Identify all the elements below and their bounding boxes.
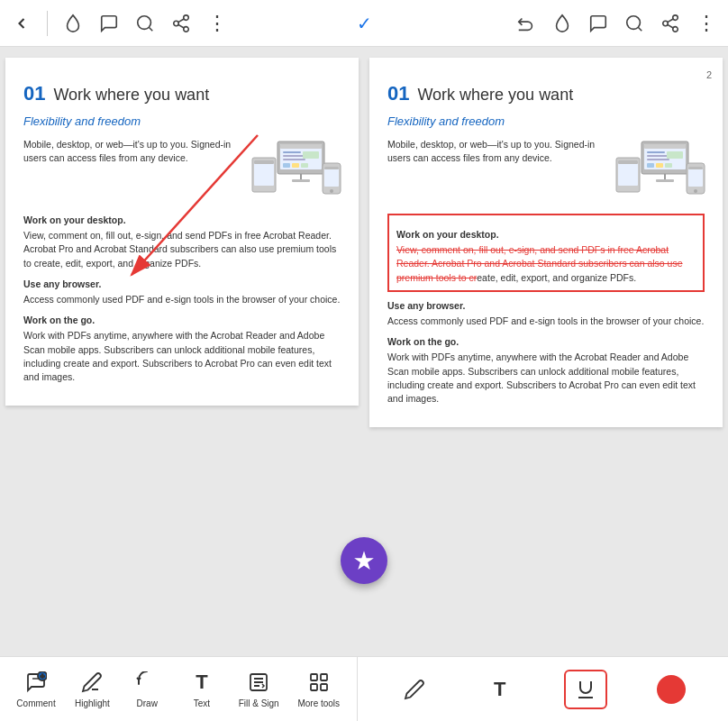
svg-line-13 [668, 18, 673, 22]
text-right-icon: T [487, 677, 513, 702]
comment-icon-right[interactable] [584, 9, 613, 38]
svg-line-12 [668, 24, 673, 28]
top-toolbar: ⋮ ✓ ⋮ [0, 0, 728, 47]
highlight-tool[interactable]: Highlight [70, 664, 114, 714]
text-right-tool[interactable]: T [478, 671, 522, 707]
svg-rect-46 [618, 160, 638, 164]
svg-rect-40 [647, 151, 665, 153]
right-work-go-heading: Work on the go. [387, 335, 705, 349]
record-button[interactable] [657, 675, 686, 704]
svg-rect-24 [254, 160, 274, 186]
svg-line-1 [149, 27, 152, 31]
underline-text-icon [573, 677, 598, 702]
highlight-icon-bottom [81, 671, 103, 693]
svg-rect-18 [292, 179, 310, 182]
share-icon[interactable] [167, 9, 196, 38]
svg-rect-45 [618, 160, 638, 186]
left-intro-row: Mobile, desktop, or web—it's up to you. … [23, 138, 341, 206]
device-illustration-right [614, 138, 714, 203]
svg-rect-19 [283, 151, 301, 153]
left-use-browser-heading: Use any browser. [23, 278, 341, 291]
svg-rect-25 [254, 160, 274, 164]
left-work-desktop: Work on your desktop. View, comment on, … [23, 214, 341, 270]
left-section-number: 01 [23, 82, 45, 105]
grid-icon-bottom [308, 671, 330, 693]
more-tools-label: More tools [297, 698, 340, 708]
draw-tool[interactable]: Draw [125, 664, 168, 714]
left-work-go-text: Work with PDFs anytime, anywhere with th… [23, 330, 332, 382]
text-tool[interactable]: T Text [180, 664, 223, 714]
more-dots-icon[interactable]: ⋮ [203, 9, 232, 38]
left-page-wrapper: 01 Work where you want Flexibility and f… [0, 47, 364, 656]
svg-rect-62 [321, 684, 327, 690]
search-icon-right[interactable] [620, 9, 649, 38]
svg-text:+: + [41, 672, 45, 680]
svg-rect-48 [688, 167, 703, 187]
pen-right-tool[interactable] [393, 671, 436, 707]
svg-line-5 [178, 24, 184, 28]
left-section-header: 01 Work where you want [23, 79, 341, 108]
comment-tool[interactable]: + Comment [13, 664, 59, 714]
comment-icon-bottom: + [25, 671, 47, 693]
comment-icon[interactable] [95, 9, 123, 38]
more-tools-icon [306, 670, 332, 695]
svg-rect-43 [667, 151, 683, 159]
right-use-browser-heading: Use any browser. [387, 299, 705, 313]
fill-sign-tool[interactable]: Fill & Sign [235, 664, 283, 714]
underline-text-tool[interactable] [564, 670, 607, 709]
draw-tool-label: Draw [137, 698, 158, 708]
more-tools-tool[interactable]: More tools [294, 664, 343, 714]
ink-drop-icon-right[interactable] [548, 9, 577, 38]
fill-sign-icon-bottom [248, 671, 269, 693]
left-intro-text: Mobile, desktop, or web—it's up to you. … [23, 138, 241, 206]
fill-sign-tool-label: Fill & Sign [239, 698, 279, 708]
share-icon-right[interactable] [656, 9, 685, 38]
fill-sign-tool-icon [246, 670, 271, 695]
toolbar-center: ✓ [350, 9, 378, 38]
right-page-number: 2 [706, 68, 712, 83]
device-illustration-left [250, 138, 350, 203]
svg-rect-53 [665, 163, 672, 168]
left-subtitle: Flexibility and freedom [23, 114, 341, 131]
svg-rect-21 [283, 159, 305, 160]
right-work-go-text: Work with PDFs anytime, anywhere with th… [387, 351, 696, 404]
right-section-number: 01 [387, 82, 409, 105]
highlight-tool-icon [79, 670, 105, 695]
undo-icon[interactable] [512, 9, 541, 38]
svg-point-7 [627, 15, 641, 29]
ai-assistant-fab[interactable] [341, 537, 387, 584]
toolbar-right: ⋮ [378, 9, 721, 38]
text-tool-label: Text [194, 698, 210, 708]
left-work-desktop-heading: Work on your desktop. [23, 214, 341, 227]
right-intro-row: Mobile, desktop, or web—it's up to you. … [387, 138, 705, 206]
right-work-desktop-normal: eate, edit, export, and organize PDFs. [477, 272, 636, 283]
back-icon[interactable] [7, 9, 36, 38]
accept-icon[interactable]: ✓ [350, 9, 378, 38]
right-device-image [614, 138, 705, 206]
bottom-right-tools: T [358, 657, 729, 721]
svg-rect-59 [311, 674, 317, 680]
toolbar-left: ⋮ [7, 9, 350, 38]
right-use-browser: Use any browser. Access commonly used PD… [387, 299, 705, 328]
record-tool[interactable] [650, 670, 693, 709]
svg-rect-32 [301, 163, 308, 168]
draw-tool-icon [134, 670, 159, 695]
svg-rect-30 [283, 163, 290, 168]
svg-point-29 [330, 189, 333, 193]
fab-icon [352, 549, 376, 572]
right-page-wrapper: 2 01 Work where you want Flexibility and… [364, 47, 728, 656]
left-use-browser: Use any browser. Access commonly used PD… [23, 278, 341, 306]
svg-point-3 [174, 21, 179, 26]
svg-rect-49 [688, 167, 703, 169]
left-device-image [250, 138, 341, 206]
underline-icon-right [575, 679, 596, 700]
more-dots-icon-right[interactable]: ⋮ [692, 9, 721, 38]
strikethrough-box: Work on your desktop. View, comment on, … [387, 214, 705, 292]
ink-drop-icon[interactable] [59, 9, 87, 38]
search-icon[interactable] [131, 9, 159, 38]
comment-tool-label: Comment [16, 698, 55, 708]
svg-line-8 [638, 27, 642, 31]
left-work-go-heading: Work on the go. [23, 314, 341, 327]
pen-right-icon [402, 677, 427, 702]
svg-rect-39 [656, 179, 674, 182]
